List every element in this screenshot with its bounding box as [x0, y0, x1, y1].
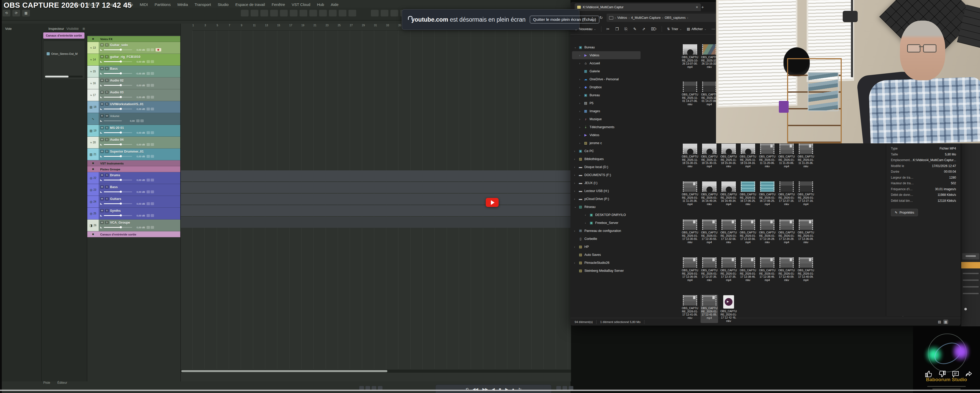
record-arm-button[interactable] [151, 72, 154, 75]
file-item[interactable]: OBS_CAPTURE_2026-01-16 17-06-25.mp4 [759, 181, 776, 206]
track-row[interactable]: ◎ 24 M S Guitars 0,00 dB [88, 196, 180, 208]
file-item[interactable]: OBS_CAPTURE_2026-01-17 12-34-28.mp4 [778, 219, 795, 244]
menu-item[interactable]: Hub [317, 2, 324, 7]
share-icon[interactable] [965, 370, 973, 378]
tab-piste[interactable]: Piste [43, 381, 50, 385]
record-arm-button[interactable] [151, 108, 154, 110]
solo-button[interactable]: S [105, 55, 109, 59]
track-name[interactable]: Audio 04 [110, 138, 124, 141]
track-name[interactable]: Synths [110, 209, 121, 212]
record-arm-button[interactable] [151, 131, 154, 134]
track-name[interactable]: UVIWorkstationVS..01 [110, 103, 143, 106]
monitor-button[interactable] [146, 214, 150, 217]
record-arm-button[interactable] [151, 155, 154, 158]
track-name[interactable]: Audio 02 [110, 79, 124, 82]
mute-button[interactable]: M [100, 138, 104, 141]
menu-item[interactable]: Studio [218, 2, 229, 7]
file-item[interactable]: OBS_CAPTURE_2026-01-11 11-20-06.mp4 [778, 143, 795, 168]
menu-item[interactable]: Espace de travail [235, 2, 265, 7]
mute-button[interactable]: R [100, 114, 104, 117]
track-name[interactable]: Bass [110, 185, 118, 189]
volume-fader[interactable] [104, 120, 122, 121]
details-view-icon[interactable]: ▤ [938, 320, 941, 324]
record-arm-button[interactable] [151, 48, 154, 51]
solo-button[interactable]: S [105, 150, 109, 153]
chevron-icon[interactable]: ⌄ [574, 46, 577, 49]
delete-icon[interactable]: ⌦ [651, 27, 657, 32]
sidebar-item[interactable]: ▨ Steinberg MediaBay Server [572, 267, 641, 275]
sidebar-item[interactable]: › ⇣ Téléchargements [572, 123, 641, 131]
sidebar-item[interactable]: › ▣ Bureau [572, 91, 641, 99]
sort-button[interactable]: ⇅ Trier ⌄ [667, 27, 682, 31]
file-item[interactable]: OBS_CAPTURE_2025-11-01 14-27-06.mkv [681, 81, 699, 106]
file-item[interactable]: OBS_CAPTURE_2026-01-17 12-37-35.mkv [700, 257, 718, 282]
tab-close-button[interactable]: ✕ [696, 5, 698, 9]
file-item[interactable]: OBS_CAPTURE_2026-01-11 11-20-06.mkv [759, 143, 776, 168]
track-row[interactable]: ≈ 20 M S Audio 04 0,00 dB [88, 137, 180, 149]
solo-button[interactable]: S [105, 209, 109, 212]
monitor-button[interactable] [146, 190, 150, 193]
daw-undo-buttons[interactable]: ⟲⟳▦ [3, 10, 30, 16]
file-item[interactable]: OBS_CAPTURE_2026-01-17 12-32-56.mkv [720, 219, 737, 244]
solo-button[interactable]: S [105, 126, 109, 130]
record-arm-button[interactable] [151, 226, 154, 229]
sidebar-item[interactable]: ▨ Auto Saves [572, 251, 641, 259]
file-item[interactable]: OBS_CAPTURE_2026-01-11 11-20-36.mkv [797, 143, 815, 168]
properties-button[interactable]: ✎ Propriétés [891, 209, 918, 216]
share-icon[interactable]: ⇗ [642, 27, 646, 32]
file-item[interactable]: OBS_CAPTURE_2026-01-16 16-49-34.mkv [700, 181, 718, 206]
inspector-selected-track[interactable]: Canaux d'entrée/de sortie [43, 32, 84, 39]
chevron-icon[interactable]: › [574, 245, 577, 248]
record-arm-button[interactable] [140, 119, 144, 122]
sidebar-item[interactable]: ▦ Galerie [572, 67, 641, 75]
sidebar-item[interactable]: › ▣ Freebox_Server [572, 219, 641, 227]
sidebar-item[interactable]: › ▣ Ce PC [572, 147, 641, 155]
file-item[interactable]: OBS_CAPTURE_2025-10-26 13-15-32.mkv [700, 44, 718, 69]
record-arm-button[interactable] [151, 214, 154, 217]
file-item[interactable]: OBS_CAPTURE_2025-11-18 15-34-16.mkv [720, 143, 737, 168]
sidebar-item[interactable]: › ▨ Bibliothèques [572, 155, 641, 163]
mute-button[interactable]: M [100, 209, 104, 212]
mute-button[interactable]: M [100, 79, 104, 82]
volume-fader[interactable] [104, 61, 132, 62]
sidebar-item[interactable]: › ▬ Disque local (D:) [572, 163, 641, 171]
sidebar-item[interactable]: ▯ Corbeille [572, 235, 641, 243]
copy-icon[interactable]: ❐ [615, 27, 619, 32]
solo-button[interactable]: S [105, 138, 109, 141]
chevron-icon[interactable]: › [574, 157, 577, 161]
monitor-button[interactable] [146, 96, 150, 98]
volume-fader[interactable] [104, 97, 132, 98]
sidebar-item[interactable]: › ☁ OneDrive - Personal [572, 75, 641, 83]
file-item[interactable]: OBS_CAPTURE_2026-01-17 12-34-28.mkv [759, 219, 776, 244]
chevron-icon[interactable]: › [574, 173, 577, 177]
track-row[interactable]: ≈ 16 M S Audio 02 0,00 dB [88, 78, 180, 89]
track-name[interactable]: guitar_rig_FCB1010 [110, 55, 140, 59]
right-zone-selected-bar[interactable] [961, 262, 980, 268]
chevron-icon[interactable]: › [585, 213, 587, 216]
track-row[interactable]: ■ Voies FX [88, 36, 180, 42]
record-arm-button[interactable] [151, 84, 154, 87]
tab-inspecteur[interactable]: Inspecteur [48, 27, 64, 31]
solo-button[interactable]: S [105, 43, 109, 47]
comment-icon[interactable] [952, 370, 959, 378]
chevron-icon[interactable]: › [579, 141, 582, 145]
like-icon[interactable] [925, 370, 932, 378]
monitor-button[interactable] [146, 202, 150, 205]
file-item[interactable]: OBS_CAPTURE_2026-01-16 17-06-25.mkv [739, 181, 757, 206]
monitor-button[interactable] [146, 143, 150, 146]
track-row[interactable]: ≈ 14 M S guitar_rig_FCB1010 0,00 dB [88, 54, 180, 66]
record-arm-button[interactable] [151, 190, 154, 193]
mute-button[interactable]: M [100, 55, 104, 59]
track-row[interactable]: ■ VST Instruments [88, 160, 180, 166]
file-item[interactable]: OBS_CAPTURE_2025-11-01 14-27-06.mp4 [700, 81, 718, 106]
solo-button[interactable]: S [105, 103, 109, 106]
chevron-icon[interactable]: › [574, 181, 577, 185]
solo-button[interactable]: S [105, 173, 109, 177]
more-options-icon[interactable]: ⋯ [711, 27, 715, 32]
file-item[interactable]: OBS_CAPTURE_2026-01-17 12-40-09.mp4 [797, 257, 815, 282]
mute-button[interactable]: M [100, 197, 104, 200]
track-row[interactable]: ≈ 13 M S Guitar_solo 0,00 dB [88, 42, 180, 54]
track-row[interactable]: ◎ 25 M S Synths 0,00 dB [88, 208, 180, 220]
cut-icon[interactable]: ✂ [606, 27, 610, 32]
monitor-button[interactable] [146, 60, 150, 63]
